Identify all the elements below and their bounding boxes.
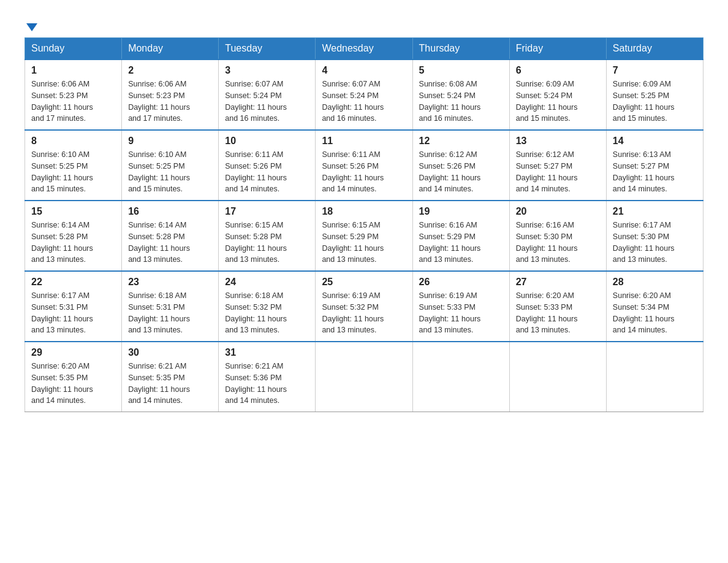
day-number: 2: [128, 65, 212, 76]
calendar-day-cell: 8Sunrise: 6:10 AMSunset: 5:25 PMDaylight…: [25, 130, 122, 201]
calendar-day-cell: 10Sunrise: 6:11 AMSunset: 5:26 PMDayligh…: [219, 130, 316, 201]
day-info: Sunrise: 6:15 AMSunset: 5:28 PMDaylight:…: [225, 220, 309, 266]
calendar-day-cell: 6Sunrise: 6:09 AMSunset: 5:24 PMDaylight…: [509, 59, 606, 130]
day-number: 3: [225, 65, 309, 76]
calendar-day-cell: 14Sunrise: 6:13 AMSunset: 5:27 PMDayligh…: [606, 130, 703, 201]
day-number: 17: [225, 206, 309, 217]
day-number: 14: [613, 136, 697, 147]
day-info: Sunrise: 6:20 AMSunset: 5:34 PMDaylight:…: [613, 290, 697, 336]
day-number: 12: [419, 136, 503, 147]
calendar-day-cell: 13Sunrise: 6:12 AMSunset: 5:27 PMDayligh…: [509, 130, 606, 201]
calendar-week-row: 15Sunrise: 6:14 AMSunset: 5:28 PMDayligh…: [25, 201, 703, 271]
calendar-day-cell: 3Sunrise: 6:07 AMSunset: 5:24 PMDaylight…: [219, 59, 316, 130]
day-info: Sunrise: 6:21 AMSunset: 5:35 PMDaylight:…: [128, 361, 212, 407]
calendar-day-cell: 11Sunrise: 6:11 AMSunset: 5:26 PMDayligh…: [316, 130, 412, 201]
day-of-week-header: Wednesday: [316, 38, 412, 60]
day-info: Sunrise: 6:16 AMSunset: 5:29 PMDaylight:…: [419, 220, 503, 266]
calendar-day-cell: 9Sunrise: 6:10 AMSunset: 5:25 PMDaylight…: [122, 130, 219, 201]
day-number: 23: [128, 277, 212, 288]
calendar-day-cell: 5Sunrise: 6:08 AMSunset: 5:24 PMDaylight…: [412, 59, 509, 130]
calendar-day-cell: 15Sunrise: 6:14 AMSunset: 5:28 PMDayligh…: [25, 201, 122, 271]
day-number: 1: [31, 65, 115, 76]
day-number: 13: [516, 136, 600, 147]
day-info: Sunrise: 6:15 AMSunset: 5:29 PMDaylight:…: [322, 220, 406, 266]
day-info: Sunrise: 6:21 AMSunset: 5:36 PMDaylight:…: [225, 361, 309, 407]
day-number: 26: [419, 277, 503, 288]
day-number: 7: [613, 65, 697, 76]
day-of-week-header: Saturday: [606, 38, 703, 60]
calendar-day-cell: 19Sunrise: 6:16 AMSunset: 5:29 PMDayligh…: [412, 201, 509, 271]
calendar-header-row: SundayMondayTuesdayWednesdayThursdayFrid…: [25, 38, 703, 60]
day-info: Sunrise: 6:10 AMSunset: 5:25 PMDaylight:…: [128, 149, 212, 195]
calendar-day-cell: 7Sunrise: 6:09 AMSunset: 5:25 PMDaylight…: [606, 59, 703, 130]
day-number: 24: [225, 277, 309, 288]
day-of-week-header: Thursday: [412, 38, 509, 60]
day-info: Sunrise: 6:11 AMSunset: 5:26 PMDaylight:…: [322, 149, 406, 195]
day-info: Sunrise: 6:19 AMSunset: 5:32 PMDaylight:…: [322, 290, 406, 336]
day-info: Sunrise: 6:07 AMSunset: 5:24 PMDaylight:…: [322, 79, 406, 124]
day-info: Sunrise: 6:13 AMSunset: 5:27 PMDaylight:…: [613, 149, 697, 195]
calendar-day-cell: 20Sunrise: 6:16 AMSunset: 5:30 PMDayligh…: [509, 201, 606, 271]
day-info: Sunrise: 6:17 AMSunset: 5:31 PMDaylight:…: [31, 290, 115, 336]
calendar-day-cell: [316, 342, 412, 412]
calendar-day-cell: 4Sunrise: 6:07 AMSunset: 5:24 PMDaylight…: [316, 59, 412, 130]
day-info: Sunrise: 6:06 AMSunset: 5:23 PMDaylight:…: [31, 79, 115, 124]
day-info: Sunrise: 6:10 AMSunset: 5:25 PMDaylight:…: [31, 149, 115, 195]
day-info: Sunrise: 6:07 AMSunset: 5:24 PMDaylight:…: [225, 79, 309, 124]
day-info: Sunrise: 6:19 AMSunset: 5:33 PMDaylight:…: [419, 290, 503, 336]
calendar-day-cell: 28Sunrise: 6:20 AMSunset: 5:34 PMDayligh…: [606, 271, 703, 342]
day-number: 22: [31, 277, 115, 288]
calendar-day-cell: [606, 342, 703, 412]
day-number: 25: [322, 277, 406, 288]
calendar-day-cell: 17Sunrise: 6:15 AMSunset: 5:28 PMDayligh…: [219, 201, 316, 271]
logo-triangle-icon: [26, 23, 37, 31]
calendar-table: SundayMondayTuesdayWednesdayThursdayFrid…: [25, 37, 703, 412]
calendar-day-cell: 18Sunrise: 6:15 AMSunset: 5:29 PMDayligh…: [316, 201, 412, 271]
calendar-day-cell: 16Sunrise: 6:14 AMSunset: 5:28 PMDayligh…: [122, 201, 219, 271]
calendar-day-cell: 26Sunrise: 6:19 AMSunset: 5:33 PMDayligh…: [412, 271, 509, 342]
day-number: 11: [322, 136, 406, 147]
calendar-day-cell: 22Sunrise: 6:17 AMSunset: 5:31 PMDayligh…: [25, 271, 122, 342]
calendar-day-cell: 1Sunrise: 6:06 AMSunset: 5:23 PMDaylight…: [25, 59, 122, 130]
day-info: Sunrise: 6:11 AMSunset: 5:26 PMDaylight:…: [225, 149, 309, 195]
calendar-day-cell: 23Sunrise: 6:18 AMSunset: 5:31 PMDayligh…: [122, 271, 219, 342]
day-number: 30: [128, 347, 212, 358]
logo: [25, 18, 37, 25]
day-info: Sunrise: 6:09 AMSunset: 5:24 PMDaylight:…: [516, 79, 600, 124]
day-of-week-header: Friday: [509, 38, 606, 60]
day-number: 5: [419, 65, 503, 76]
day-info: Sunrise: 6:20 AMSunset: 5:35 PMDaylight:…: [31, 361, 115, 407]
calendar-day-cell: 25Sunrise: 6:19 AMSunset: 5:32 PMDayligh…: [316, 271, 412, 342]
page-header: [25, 18, 703, 25]
day-number: 6: [516, 65, 600, 76]
day-number: 9: [128, 136, 212, 147]
calendar-week-row: 29Sunrise: 6:20 AMSunset: 5:35 PMDayligh…: [25, 342, 703, 412]
calendar-day-cell: 2Sunrise: 6:06 AMSunset: 5:23 PMDaylight…: [122, 59, 219, 130]
day-info: Sunrise: 6:09 AMSunset: 5:25 PMDaylight:…: [613, 79, 697, 124]
day-of-week-header: Sunday: [25, 38, 122, 60]
day-info: Sunrise: 6:12 AMSunset: 5:26 PMDaylight:…: [419, 149, 503, 195]
day-number: 10: [225, 136, 309, 147]
day-number: 4: [322, 65, 406, 76]
day-number: 31: [225, 347, 309, 358]
day-info: Sunrise: 6:16 AMSunset: 5:30 PMDaylight:…: [516, 220, 600, 266]
day-number: 27: [516, 277, 600, 288]
day-number: 21: [613, 206, 697, 217]
day-number: 16: [128, 206, 212, 217]
calendar-day-cell: 12Sunrise: 6:12 AMSunset: 5:26 PMDayligh…: [412, 130, 509, 201]
calendar-week-row: 22Sunrise: 6:17 AMSunset: 5:31 PMDayligh…: [25, 271, 703, 342]
day-info: Sunrise: 6:12 AMSunset: 5:27 PMDaylight:…: [516, 149, 600, 195]
day-number: 19: [419, 206, 503, 217]
calendar-week-row: 8Sunrise: 6:10 AMSunset: 5:25 PMDaylight…: [25, 130, 703, 201]
day-info: Sunrise: 6:14 AMSunset: 5:28 PMDaylight:…: [128, 220, 212, 266]
day-info: Sunrise: 6:14 AMSunset: 5:28 PMDaylight:…: [31, 220, 115, 266]
calendar-day-cell: 27Sunrise: 6:20 AMSunset: 5:33 PMDayligh…: [509, 271, 606, 342]
day-of-week-header: Tuesday: [219, 38, 316, 60]
calendar-day-cell: [509, 342, 606, 412]
day-number: 29: [31, 347, 115, 358]
calendar-day-cell: 30Sunrise: 6:21 AMSunset: 5:35 PMDayligh…: [122, 342, 219, 412]
day-number: 15: [31, 206, 115, 217]
day-of-week-header: Monday: [122, 38, 219, 60]
day-info: Sunrise: 6:18 AMSunset: 5:31 PMDaylight:…: [128, 290, 212, 336]
calendar-day-cell: 31Sunrise: 6:21 AMSunset: 5:36 PMDayligh…: [219, 342, 316, 412]
